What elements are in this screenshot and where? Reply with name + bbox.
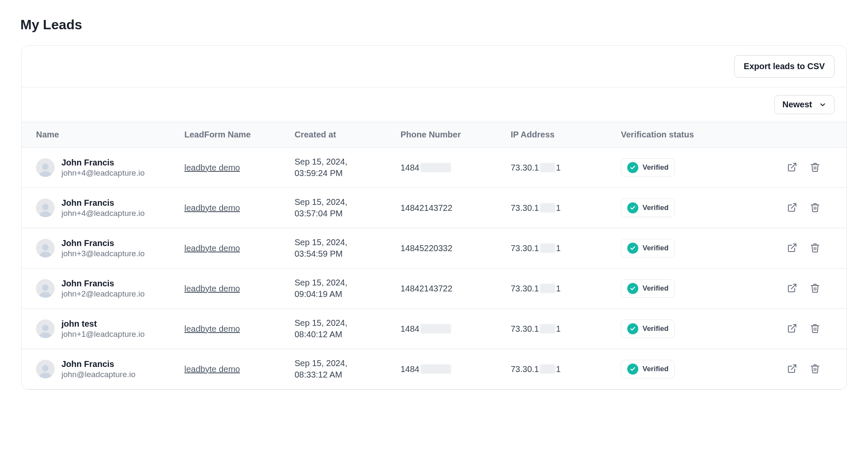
external-link-icon: [787, 167, 797, 174]
status-label: Verified: [643, 284, 668, 293]
avatar-icon: [36, 279, 55, 298]
svg-point-2: [42, 204, 49, 210]
redacted-segment: [540, 324, 555, 333]
sort-dropdown-label: Newest: [782, 100, 812, 109]
lead-email: john+2@leadcapture.io: [61, 289, 145, 299]
trash-icon: [810, 288, 820, 294]
leadform-link[interactable]: leadbyte demo: [184, 324, 240, 333]
lead-email: john+3@leadcapture.io: [61, 249, 145, 258]
redacted-segment: [420, 364, 451, 374]
status-badge: Verified: [621, 158, 675, 177]
cell-ip: 73.30.11: [511, 203, 621, 213]
redacted-segment: [420, 324, 451, 333]
check-circle-icon: [627, 202, 638, 213]
table-header: Name LeadForm Name Created at Phone Numb…: [22, 122, 846, 148]
cell-form: leadbyte demo: [184, 163, 295, 173]
cell-form: leadbyte demo: [184, 243, 295, 253]
open-external-button[interactable]: [785, 160, 799, 175]
lead-name: John Francis: [61, 158, 145, 168]
status-label: Verified: [643, 325, 668, 333]
check-circle-icon: [627, 364, 638, 375]
open-external-button[interactable]: [785, 241, 799, 256]
open-external-button[interactable]: [785, 362, 799, 377]
leadform-link[interactable]: leadbyte demo: [184, 243, 240, 253]
svg-line-11: [791, 365, 796, 369]
col-phone: Phone Number: [401, 130, 511, 140]
open-external-button[interactable]: [785, 322, 799, 336]
cell-created: Sep 15, 2024, 09:04:19 AM: [295, 277, 401, 300]
cell-created: Sep 15, 2024, 03:57:04 PM: [295, 196, 401, 219]
lead-name: john test: [61, 319, 145, 329]
delete-button[interactable]: [808, 201, 822, 216]
cell-phone: 1484: [401, 364, 511, 374]
page-title: My Leads: [20, 17, 855, 33]
cell-name: John Francis john+2@leadcapture.io: [36, 279, 184, 299]
lead-name: John Francis: [61, 238, 145, 248]
cell-actions: [761, 241, 837, 256]
col-ip: IP Address: [511, 130, 621, 140]
open-external-button[interactable]: [785, 201, 799, 216]
cell-status: Verified: [621, 158, 761, 177]
svg-point-4: [42, 244, 49, 251]
cell-ip: 73.30.11: [511, 364, 621, 374]
avatar-icon: [36, 199, 55, 217]
redacted-segment: [420, 163, 451, 172]
cell-ip: 73.30.11: [511, 243, 621, 253]
status-label: Verified: [643, 365, 668, 373]
status-badge: Verified: [621, 279, 675, 298]
delete-button[interactable]: [808, 160, 822, 175]
leadform-link[interactable]: leadbyte demo: [184, 284, 240, 293]
open-external-button[interactable]: [785, 281, 799, 296]
svg-point-8: [42, 325, 49, 331]
cell-name: John Francis john+4@leadcapture.io: [36, 158, 184, 178]
cell-created: Sep 15, 2024, 08:33:12 AM: [295, 358, 401, 381]
cell-created: Sep 15, 2024, 03:54:59 PM: [295, 237, 401, 260]
avatar-icon: [36, 319, 55, 338]
cell-name: John Francis john@leadcapture.io: [36, 359, 184, 379]
redacted-segment: [540, 243, 555, 253]
status-badge: Verified: [621, 239, 675, 257]
svg-line-9: [791, 325, 796, 329]
external-link-icon: [787, 207, 797, 214]
cell-actions: [761, 322, 837, 336]
leadform-link[interactable]: leadbyte demo: [184, 203, 240, 213]
avatar-icon: [36, 158, 55, 177]
cell-phone: 1484: [401, 324, 511, 334]
avatar-icon: [36, 239, 55, 257]
leadform-link[interactable]: leadbyte demo: [184, 364, 240, 374]
cell-actions: [761, 201, 837, 216]
svg-point-0: [42, 164, 49, 170]
cell-phone: 14845220332: [401, 243, 511, 253]
table-row: John Francis john+4@leadcapture.io leadb…: [22, 188, 846, 228]
cell-ip: 73.30.11: [511, 284, 621, 294]
lead-email: john+4@leadcapture.io: [61, 168, 145, 178]
lead-name: John Francis: [61, 198, 145, 208]
cell-ip: 73.30.11: [511, 324, 621, 334]
cell-phone: 1484: [401, 163, 511, 173]
col-created: Created at: [295, 130, 401, 140]
table-row: John Francis john+4@leadcapture.io leadb…: [22, 148, 846, 188]
delete-button[interactable]: [808, 241, 822, 256]
delete-button[interactable]: [808, 362, 822, 377]
redacted-segment: [540, 163, 555, 172]
cell-status: Verified: [621, 319, 761, 338]
leads-card: Export leads to CSV Newest Name LeadForm…: [21, 45, 847, 390]
trash-icon: [810, 207, 820, 214]
cell-actions: [761, 362, 837, 377]
cell-actions: [761, 281, 837, 296]
lead-email: john+1@leadcapture.io: [61, 330, 145, 339]
cell-actions: [761, 160, 837, 175]
delete-button[interactable]: [808, 322, 822, 336]
svg-point-6: [42, 285, 49, 291]
export-csv-button[interactable]: Export leads to CSV: [734, 55, 835, 78]
delete-button[interactable]: [808, 281, 822, 296]
sort-dropdown[interactable]: Newest: [774, 95, 835, 114]
external-link-icon: [787, 288, 797, 294]
status-label: Verified: [643, 204, 668, 212]
col-actions: [761, 130, 837, 140]
lead-email: john+4@leadcapture.io: [61, 209, 145, 218]
leadform-link[interactable]: leadbyte demo: [184, 163, 240, 172]
redacted-segment: [540, 284, 555, 293]
cell-status: Verified: [621, 239, 761, 257]
status-label: Verified: [643, 163, 668, 172]
